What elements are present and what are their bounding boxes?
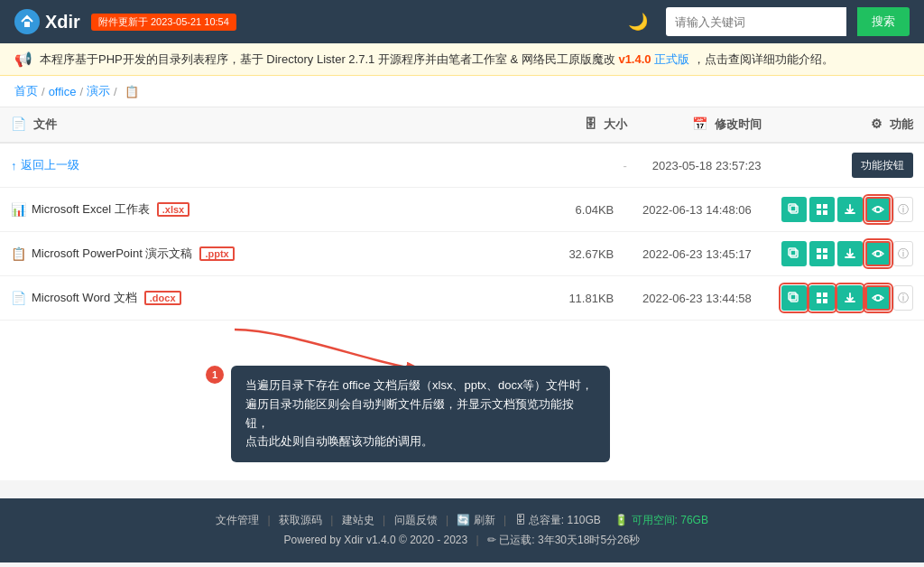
back-icon: ↑	[11, 159, 17, 172]
table-row: 📄 Microsoft Word 文档 .docx 11.81KB2022-06…	[0, 276, 924, 321]
svg-rect-11	[823, 248, 827, 253]
svg-rect-1	[790, 206, 798, 213]
file-table: 📄 文件 🗄 大小 📅 修改时间 ⚙ 功能	[0, 107, 924, 188]
logo: Xdir	[14, 9, 80, 34]
download-btn[interactable]	[837, 241, 863, 266]
file-name-cell: 📊 Microsoft Excel 工作表 .xlsx	[11, 201, 543, 218]
info-btn[interactable]: ⓘ	[893, 285, 913, 311]
notice-text: 本程序基于PHP开发的目录列表程序，基于 Directory Lister 2.…	[40, 51, 834, 68]
action-header-icon: ⚙	[871, 116, 882, 131]
copy-btn[interactable]	[781, 285, 807, 311]
back-link[interactable]: ↑ 返回上一级	[11, 157, 543, 173]
footer-powered-row: Powered by Xdir v1.4.0 © 2020 - 2023 | ✏…	[13, 531, 911, 551]
breadcrumb-office[interactable]: office	[49, 85, 77, 98]
file-type-icon: 📊	[11, 202, 26, 217]
svg-rect-15	[790, 294, 798, 302]
svg-rect-12	[817, 255, 821, 259]
notice-icon: 📢	[14, 51, 32, 68]
svg-rect-19	[817, 299, 821, 303]
grid-btn[interactable]	[809, 197, 835, 222]
footer-free-space: 🔋 可用空间: 76GB	[614, 514, 708, 526]
svg-rect-13	[823, 255, 827, 259]
table-header-row: 📄 文件 🗄 大小 📅 修改时间 ⚙ 功能	[0, 107, 924, 143]
breadcrumb: 首页 / office / 演示 / 📋	[0, 76, 924, 107]
info-btn[interactable]: ⓘ	[893, 197, 913, 222]
download-btn[interactable]	[837, 197, 863, 222]
grid-btn[interactable]	[809, 285, 835, 311]
file-link[interactable]: Microsoft Excel 工作表	[32, 201, 150, 218]
func-button[interactable]: 功能按钮	[852, 153, 913, 178]
notice-version-link[interactable]: 正式版	[654, 52, 689, 66]
svg-rect-9	[789, 248, 796, 256]
file-type-icon: 📄	[11, 291, 26, 305]
logo-text: Xdir	[45, 12, 80, 33]
svg-rect-18	[823, 293, 827, 297]
theme-toggle[interactable]: 🌙	[628, 12, 648, 32]
info-btn[interactable]: ⓘ	[893, 241, 913, 266]
main-content: 📄 文件 🗄 大小 📅 修改时间 ⚙ 功能	[0, 107, 924, 480]
preview-btn[interactable]	[865, 285, 891, 311]
svg-rect-17	[817, 293, 821, 297]
svg-rect-5	[817, 210, 821, 215]
file-ext-badge: .docx	[144, 291, 181, 305]
file-name-cell: 📋 Microsoft PowerPoint 演示文稿 .pptx	[11, 246, 543, 262]
col-header-date: 📅 修改时间	[638, 107, 772, 143]
svg-rect-8	[790, 250, 798, 257]
search-input[interactable]	[666, 7, 846, 36]
svg-rect-0	[24, 22, 30, 27]
svg-rect-2	[789, 204, 796, 211]
file-action-btns: ⓘ	[773, 285, 913, 311]
logo-icon	[14, 9, 40, 34]
footer-link-file-mgmt[interactable]: 文件管理	[216, 514, 259, 526]
file-ext-badge: .pptx	[199, 246, 234, 261]
breadcrumb-home[interactable]: 首页	[14, 83, 38, 99]
svg-rect-4	[823, 204, 827, 209]
search-button[interactable]: 搜索	[857, 7, 910, 36]
copy-btn[interactable]	[781, 197, 807, 222]
back-row-actions: 功能按钮	[783, 153, 913, 178]
callout-box[interactable]: 当遍历目录下存在 office 文档后缀（xlsx、pptx、docx等）文件时…	[231, 366, 610, 462]
col-header-size: 🗄 大小	[554, 107, 637, 143]
breadcrumb-demo[interactable]: 演示	[87, 83, 110, 99]
file-link[interactable]: Microsoft Word 文档	[32, 290, 137, 306]
callout-number: 1	[206, 366, 224, 384]
svg-rect-16	[789, 293, 796, 300]
col-header-action: ⚙ 功能	[772, 107, 924, 143]
date-header-icon: 📅	[692, 116, 707, 131]
breadcrumb-copy-icon[interactable]: 📋	[125, 85, 139, 98]
file-header-icon: 📄	[11, 116, 26, 131]
file-type-icon: 📋	[11, 246, 26, 261]
svg-rect-6	[823, 210, 827, 215]
svg-rect-20	[823, 299, 827, 303]
col-header-file: 📄 文件	[0, 107, 554, 143]
callout-container: 1 当遍历目录下存在 office 文档后缀（xlsx、pptx、docx等）文…	[231, 357, 910, 462]
notice-bar: 📢 本程序基于PHP开发的目录列表程序，基于 Directory Lister …	[0, 43, 924, 76]
table-row: 📊 Microsoft Excel 工作表 .xlsx 6.04KB2022-0…	[0, 188, 924, 232]
grid-btn[interactable]	[809, 241, 835, 266]
download-btn[interactable]	[837, 285, 863, 311]
table-row-back: ↑ 返回上一级 - 2023-05-18 23:57:23 功能按钮	[0, 143, 924, 188]
footer-link-history[interactable]: 建站史	[342, 514, 374, 526]
preview-btn[interactable]	[865, 241, 891, 266]
table-row: 📋 Microsoft PowerPoint 演示文稿 .pptx 32.67K…	[0, 232, 924, 276]
file-action-btns: ⓘ	[773, 241, 913, 266]
svg-rect-10	[817, 248, 821, 253]
svg-rect-3	[817, 204, 821, 209]
footer-link-source[interactable]: 获取源码	[279, 514, 322, 526]
callout-text: 当遍历目录下存在 office 文档后缀（xlsx、pptx、docx等）文件时…	[245, 378, 593, 448]
copy-btn[interactable]	[781, 241, 807, 266]
header: Xdir 附件更新于 2023-05-21 10:54 🌙 搜索	[0, 0, 924, 43]
footer: 文件管理 | 获取源码 | 建站史 | 问题反馈 | 🔄 刷新 | 🗄 总容量:…	[0, 498, 924, 562]
file-ext-badge: .xlsx	[157, 202, 189, 217]
footer-link-feedback[interactable]: 问题反馈	[394, 514, 438, 526]
size-header-icon: 🗄	[584, 116, 596, 131]
preview-btn[interactable]	[865, 197, 891, 222]
file-name-cell: 📄 Microsoft Word 文档 .docx	[11, 290, 543, 306]
file-action-btns: ⓘ	[773, 197, 913, 222]
file-link[interactable]: Microsoft PowerPoint 演示文稿	[32, 246, 192, 262]
update-badge: 附件更新于 2023-05-21 10:54	[91, 14, 236, 31]
file-rows-table: 📊 Microsoft Excel 工作表 .xlsx 6.04KB2022-0…	[0, 188, 924, 321]
footer-links-row: 文件管理 | 获取源码 | 建站史 | 问题反馈 | 🔄 刷新 | 🗄 总容量:…	[13, 511, 911, 531]
callout-section: 1 当遍历目录下存在 office 文档后缀（xlsx、pptx、docx等）文…	[0, 321, 924, 480]
